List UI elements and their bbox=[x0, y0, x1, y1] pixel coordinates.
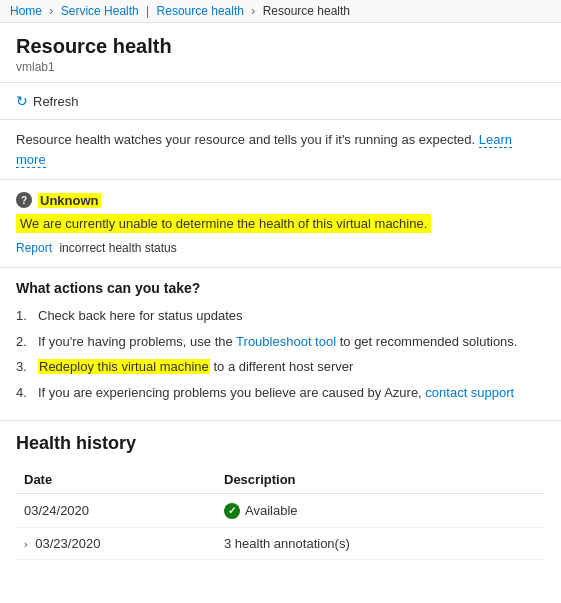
actions-section: What actions can you take? 1. Check back… bbox=[0, 268, 561, 421]
table-row: 03/24/2020 ✓ Available bbox=[16, 494, 545, 528]
status-label: Unknown bbox=[38, 193, 101, 208]
health-history-section: Health history Date Description 03/24/20… bbox=[0, 421, 561, 572]
status-header: ? Unknown bbox=[16, 192, 545, 208]
report-text: incorrect health status bbox=[59, 241, 176, 255]
status-section: ? Unknown We are currently unable to det… bbox=[0, 180, 561, 268]
troubleshoot-link[interactable]: Troubleshoot tool bbox=[236, 334, 336, 349]
col-header-description: Description bbox=[216, 466, 545, 494]
list-item: 4. If you are experiencing problems you … bbox=[16, 383, 545, 403]
health-history-table: Date Description 03/24/2020 ✓ Available … bbox=[16, 466, 545, 560]
history-desc-1: ✓ Available bbox=[216, 494, 545, 528]
page-header: Resource health vmlab1 bbox=[0, 23, 561, 83]
breadcrumb-home[interactable]: Home bbox=[10, 4, 42, 18]
status-message: We are currently unable to determine the… bbox=[16, 214, 545, 241]
list-item: 1. Check back here for status updates bbox=[16, 306, 545, 326]
info-bar: Resource health watches your resource an… bbox=[0, 120, 561, 180]
report-link[interactable]: Report bbox=[16, 241, 52, 255]
status-message-text: We are currently unable to determine the… bbox=[16, 214, 431, 233]
page-title: Resource health bbox=[16, 35, 545, 58]
expand-arrow-icon[interactable]: › bbox=[24, 538, 28, 550]
toolbar: ↻ Refresh bbox=[0, 83, 561, 120]
report-line: Report incorrect health status bbox=[16, 241, 545, 255]
list-item: 2. If you're having problems, use the Tr… bbox=[16, 332, 545, 352]
health-history-title: Health history bbox=[16, 433, 545, 454]
history-date-1: 03/24/2020 bbox=[16, 494, 216, 528]
redeploy-highlight: Redeploy this virtual machine bbox=[38, 359, 210, 374]
green-check-icon: ✓ bbox=[224, 503, 240, 519]
action-4-text: If you are experiencing problems you bel… bbox=[38, 383, 514, 403]
list-item: 3. Redeploy this virtual machine to a di… bbox=[16, 357, 545, 377]
action-1-text: Check back here for status updates bbox=[38, 306, 243, 326]
breadcrumb-resource-health-link[interactable]: Resource health bbox=[157, 4, 244, 18]
available-badge: ✓ Available bbox=[224, 503, 298, 519]
table-row: › 03/23/2020 3 health annotation(s) bbox=[16, 527, 545, 559]
question-icon: ? bbox=[16, 192, 32, 208]
actions-title: What actions can you take? bbox=[16, 280, 545, 296]
history-desc-2: 3 health annotation(s) bbox=[216, 527, 545, 559]
breadcrumb-service-health[interactable]: Service Health bbox=[61, 4, 139, 18]
page-subtitle: vmlab1 bbox=[16, 60, 545, 74]
refresh-label: Refresh bbox=[33, 94, 79, 109]
info-text: Resource health watches your resource an… bbox=[16, 132, 475, 147]
history-date-2: › 03/23/2020 bbox=[16, 527, 216, 559]
breadcrumb: Home › Service Health | Resource health … bbox=[0, 0, 561, 23]
action-3-text: Redeploy this virtual machine to a diffe… bbox=[38, 357, 353, 377]
col-header-date: Date bbox=[16, 466, 216, 494]
actions-list: 1. Check back here for status updates 2.… bbox=[16, 306, 545, 402]
contact-support-link[interactable]: contact support bbox=[425, 385, 514, 400]
breadcrumb-current: Resource health bbox=[263, 4, 350, 18]
refresh-icon: ↻ bbox=[16, 93, 28, 109]
action-2-text: If you're having problems, use the Troub… bbox=[38, 332, 517, 352]
refresh-button[interactable]: ↻ Refresh bbox=[16, 91, 79, 111]
